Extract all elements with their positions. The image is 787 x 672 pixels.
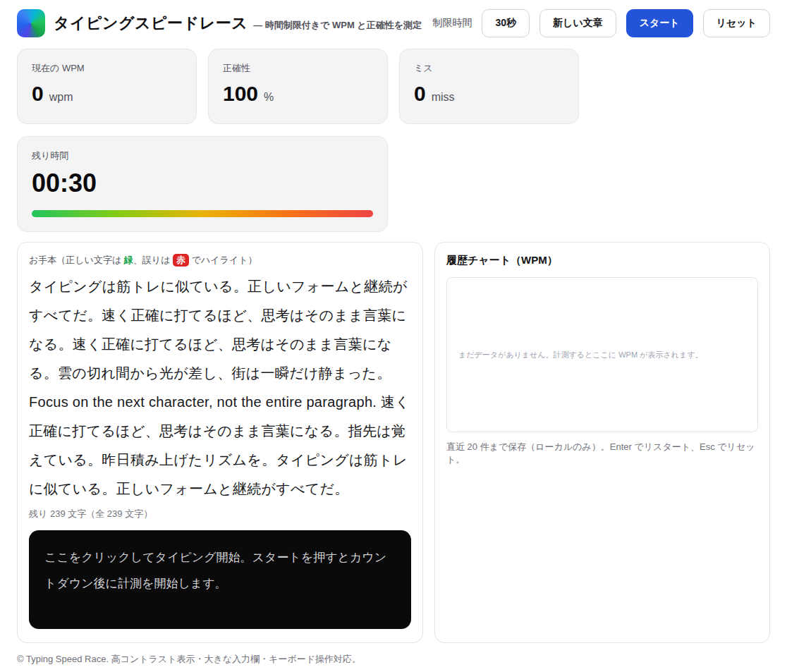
wpm-label: 現在の WPM [32,62,182,75]
wpm-unit: wpm [49,91,73,104]
accuracy-card: 正確性 100 % [208,49,388,124]
start-button[interactable]: スタート [626,9,693,37]
miss-card: ミス 0 miss [399,49,579,124]
wpm-history-chart: まだデータがありません。計測するとここに WPM が表示されます。 [446,277,758,432]
time-limit-label: 制限時間 [432,17,472,30]
page-subtitle: — 時間制限付きで WPM と正確性を測定 [253,19,422,32]
wpm-value: 0 [32,83,44,104]
sample-caption: お手本（正しい文字は 緑、誤りは 赤 でハイライト） [29,254,411,267]
typing-input-area[interactable]: ここをクリックしてタイピング開始。スタートを押すとカウントダウン後に計測を開始し… [29,530,411,629]
new-text-button[interactable]: 新しい文章 [539,9,616,37]
accuracy-value: 100 [223,83,258,104]
history-note: 直近 20 件まで保存（ローカルのみ）。Enter でリスタート、Esc でリセ… [446,441,758,466]
app-logo-icon [17,9,45,37]
stats-grid-spacer [590,49,770,124]
remaining-count: 残り 239 文字（全 239 文字） [29,508,411,520]
sample-caption-mid: 、誤りは [133,255,173,265]
timer-label: 残り時間 [32,149,373,162]
page: タイピングスピードレース — 時間制限付きで WPM と正確性を測定 制限時間 … [0,0,787,666]
title-wrap: タイピングスピードレース — 時間制限付きで WPM と正確性を測定 [54,13,422,34]
time-limit-button[interactable]: 30秒 [482,9,530,37]
sample-caption-prefix: お手本（正しい文字は [29,255,124,265]
accuracy-label: 正確性 [223,62,373,75]
timer-progress-bar [32,210,373,217]
sample-caption-green: 緑 [124,255,133,265]
header: タイピングスピードレース — 時間制限付きで WPM と正確性を測定 制限時間 … [17,7,770,39]
accuracy-unit: % [264,91,274,104]
wpm-card: 現在の WPM 0 wpm [17,49,197,124]
sample-caption-red-badge: 赤 [173,254,189,267]
miss-label: ミス [414,62,564,75]
miss-unit: miss [432,91,455,104]
sample-caption-suffix: でハイライト） [189,255,257,265]
history-title: 履歴チャート（WPM） [446,254,758,267]
footer-text: © Typing Speed Race. 高コントラスト表示・大きな入力欄・キー… [17,653,770,666]
stats-grid: 現在の WPM 0 wpm 正確性 100 % ミス 0 miss 残り時間 0… [17,49,770,232]
history-panel: 履歴チャート（WPM） まだデータがありません。計測するとここに WPM が表示… [434,242,770,643]
miss-value: 0 [414,83,426,104]
header-controls: 制限時間 30秒 新しい文章 スタート リセット [432,9,770,37]
reset-button[interactable]: リセット [703,9,770,37]
main-grid: お手本（正しい文字は 緑、誤りは 赤 でハイライト） タイピングは筋トレに似てい… [17,242,770,643]
timer-card: 残り時間 00:30 [17,136,388,232]
header-brand: タイピングスピードレース — 時間制限付きで WPM と正確性を測定 [17,9,422,37]
sample-panel: お手本（正しい文字は 緑、誤りは 赤 でハイライト） タイピングは筋トレに似てい… [17,242,423,643]
timer-value: 00:30 [32,171,373,196]
page-title: タイピングスピードレース [54,13,248,34]
chart-empty-message: まだデータがありません。計測するとここに WPM が表示されます。 [458,350,702,360]
sample-text: タイピングは筋トレに似ている。正しいフォームと継続がすべてだ。速く正確に打てるほ… [29,272,411,503]
